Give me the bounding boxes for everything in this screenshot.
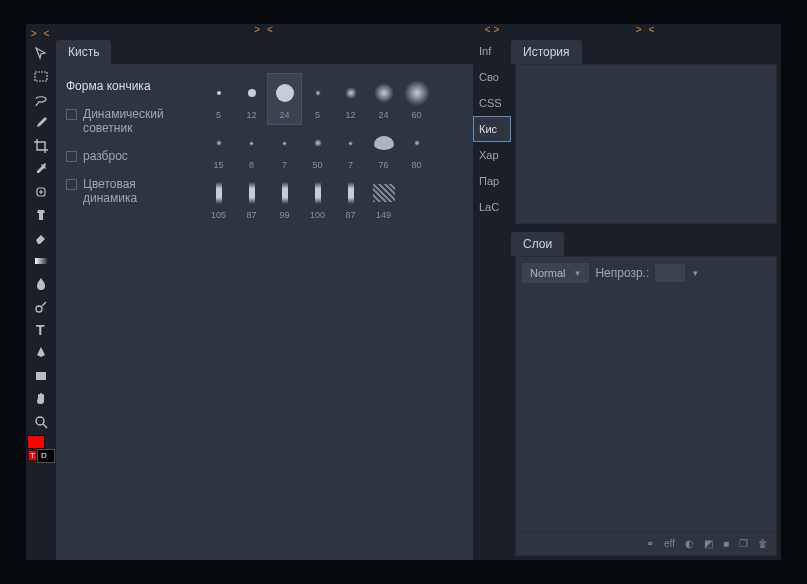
brush-size-label: 7 [348, 160, 353, 170]
mid-tab-css[interactable]: CSS [473, 90, 511, 116]
brush-preset[interactable]: 50 [301, 124, 334, 174]
brush-preset[interactable]: 76 [367, 124, 400, 174]
brush-size-label: 87 [246, 210, 256, 220]
right-panels: > < История Слои Normal▼ Непрозр.: ▼ ⚭ e… [511, 24, 781, 560]
tab-history[interactable]: История [511, 40, 582, 64]
link-layers-icon[interactable]: ⚭ [646, 538, 654, 549]
brush-preset[interactable]: 87 [235, 174, 268, 224]
brush-preset[interactable]: 24 [367, 74, 400, 124]
layer-footer: ⚭ eff ◐ ◩ ■ ❐ 🗑 [516, 531, 776, 555]
brush-size-label: 105 [211, 210, 226, 220]
brush-preset[interactable]: 80 [400, 124, 433, 174]
mid-tab-сво[interactable]: Сво [473, 64, 511, 90]
zoom-tool[interactable] [28, 410, 54, 433]
brush-size-label: 12 [246, 110, 256, 120]
brush-size-label: 99 [279, 210, 289, 220]
opt-color-dynamics[interactable]: Цветовая динамика [62, 170, 190, 212]
blend-mode-select[interactable]: Normal▼ [522, 263, 589, 283]
swatch-t-label: T [29, 451, 36, 460]
layer-list [516, 289, 776, 531]
brush-preset[interactable]: 12 [235, 74, 268, 124]
pen-tool[interactable] [28, 341, 54, 364]
brush-preset[interactable]: 12 [334, 74, 367, 124]
heal-tool[interactable] [28, 180, 54, 203]
move-tool[interactable] [28, 42, 54, 65]
checkbox-icon[interactable] [66, 179, 77, 190]
lasso-tool[interactable] [28, 88, 54, 111]
blur-tool[interactable] [28, 272, 54, 295]
brush-preset[interactable]: 15 [202, 124, 235, 174]
mid-tab-strip: < > InfСвоCSSКисХарПарLaC [473, 24, 511, 560]
brush-tool[interactable] [28, 111, 54, 134]
opt-tip-shape[interactable]: Форма кончика [62, 72, 190, 100]
brush-panel: > < Кисть Форма кончика Динамический сов… [56, 24, 473, 560]
opacity-input[interactable] [655, 264, 685, 282]
opacity-label: Непрозр.: [595, 266, 649, 280]
mid-tab-кис[interactable]: Кис [473, 116, 511, 142]
brush-preset[interactable]: 149 [367, 174, 400, 224]
brush-preset[interactable]: 5 [301, 74, 334, 124]
layer-mask-icon[interactable]: ◐ [685, 538, 694, 549]
clone-tool[interactable] [28, 203, 54, 226]
layers-body: Normal▼ Непрозр.: ▼ ⚭ eff ◐ ◩ ■ ❐ 🗑 [515, 256, 777, 556]
brush-size-label: 100 [310, 210, 325, 220]
opt-scatter[interactable]: разброс [62, 142, 190, 170]
right-collapse[interactable]: > < [511, 24, 781, 38]
gradient-tool[interactable] [28, 249, 54, 272]
svg-point-3 [36, 306, 42, 312]
brush-preset[interactable]: 60 [400, 74, 433, 124]
mid-tab-пар[interactable]: Пар [473, 168, 511, 194]
brush-tab-row: Кисть [56, 38, 473, 64]
brush-preset[interactable]: 5 [202, 74, 235, 124]
brush-preset[interactable]: 8 [235, 124, 268, 174]
foreground-color[interactable] [27, 435, 45, 449]
svg-text:T: T [36, 322, 45, 338]
chevron-down-icon: ▼ [573, 269, 581, 278]
dodge-tool[interactable] [28, 295, 54, 318]
layer-effects-button[interactable]: eff [664, 538, 675, 549]
hand-tool[interactable] [28, 387, 54, 410]
crop-tool[interactable] [28, 134, 54, 157]
brush-size-label: 87 [345, 210, 355, 220]
mid-tab-хар[interactable]: Хар [473, 142, 511, 168]
svg-rect-5 [36, 372, 46, 380]
brush-preset[interactable]: 99 [268, 174, 301, 224]
history-body [515, 64, 777, 224]
brush-size-label: 50 [312, 160, 322, 170]
new-layer-icon[interactable]: ❐ [739, 538, 748, 549]
brush-size-label: 149 [376, 210, 391, 220]
svg-rect-0 [35, 72, 47, 81]
text-tool[interactable]: T [28, 318, 54, 341]
folder-icon[interactable]: ■ [723, 538, 729, 549]
brush-panel-collapse[interactable]: > < [56, 24, 473, 38]
chevron-down-icon[interactable]: ▼ [691, 269, 699, 278]
trash-icon[interactable]: 🗑 [758, 538, 768, 549]
svg-rect-2 [35, 258, 47, 264]
adjustment-layer-icon[interactable]: ◩ [704, 538, 713, 549]
color-swatches[interactable]: T D [27, 435, 55, 463]
brush-size-label: 8 [249, 160, 254, 170]
eyedropper-tool[interactable] [28, 157, 54, 180]
mid-tab-lac[interactable]: LaC [473, 194, 511, 220]
brush-preset[interactable]: 7 [268, 124, 301, 174]
brush-preset[interactable]: 87 [334, 174, 367, 224]
brush-size-label: 24 [279, 110, 289, 120]
brush-preset[interactable]: 7 [334, 124, 367, 174]
marquee-tool[interactable] [28, 65, 54, 88]
swatch-d-label: D [41, 451, 47, 460]
brush-size-label: 24 [378, 110, 388, 120]
brush-preset[interactable]: 24 [268, 74, 301, 124]
mid-collapse[interactable]: < > [473, 24, 511, 38]
eraser-tool[interactable] [28, 226, 54, 249]
checkbox-icon[interactable] [66, 151, 77, 162]
tab-layers[interactable]: Слои [511, 232, 564, 256]
brush-preset[interactable]: 105 [202, 174, 235, 224]
checkbox-icon[interactable] [66, 109, 77, 120]
brush-preset[interactable]: 100 [301, 174, 334, 224]
toolbar-collapse[interactable]: > < [26, 28, 56, 42]
brush-preset-grid: 51224512246015875077680105879910087149 [196, 64, 473, 560]
shape-tool[interactable] [28, 364, 54, 387]
opt-dynamic-advisor[interactable]: Динамический советник [62, 100, 190, 142]
mid-tab-inf[interactable]: Inf [473, 38, 511, 64]
tab-brush[interactable]: Кисть [56, 40, 111, 64]
